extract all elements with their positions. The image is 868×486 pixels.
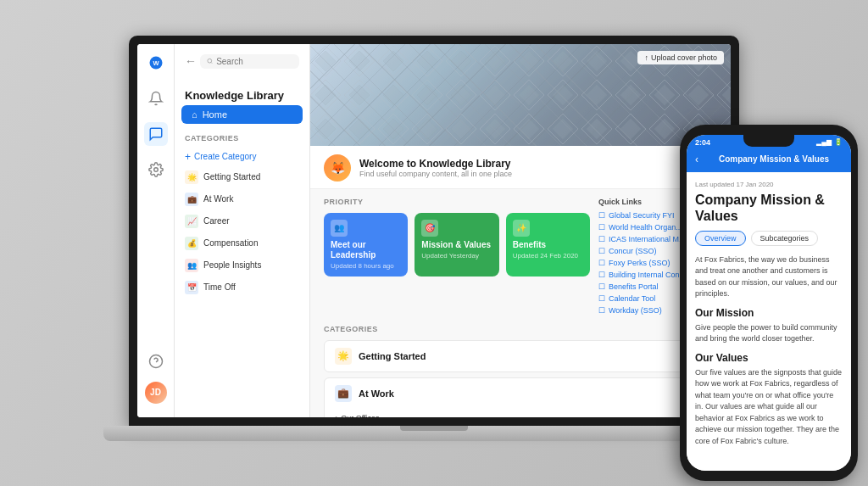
category-icon-emoji: 📅: [187, 283, 197, 292]
link-icon: ☐: [598, 294, 605, 303]
sidebar-item[interactable]: 👥 People Insights: [175, 254, 309, 277]
home-icon: ⌂: [192, 109, 198, 120]
category-icon: 💰: [185, 237, 198, 250]
phone-sections: Our Mission Give people the power to bui…: [695, 307, 843, 448]
phone-section-text: Our five values are the signposts that g…: [695, 367, 843, 448]
category-icon-emoji: 💰: [187, 239, 197, 248]
category-row[interactable]: 🌟 Getting Started: [324, 340, 717, 372]
icon-bar: W: [137, 44, 175, 417]
quick-link-label: Calendar Tool: [609, 294, 655, 303]
category-icon-emoji: 🌟: [187, 173, 197, 182]
categories-section-label: CATEGORIES: [324, 325, 717, 333]
sidebar-home-label: Home: [203, 109, 227, 120]
search-bar[interactable]: [200, 54, 299, 69]
user-avatar[interactable]: JD: [145, 382, 167, 404]
settings-icon[interactable]: [144, 158, 168, 182]
upload-cover-photo-button[interactable]: ↑ Upload cover photo: [637, 51, 724, 64]
back-arrow-icon: ←: [185, 54, 197, 68]
quick-link-label: Concur (SSO): [609, 247, 657, 255]
priority-card-title: Mission & Values: [421, 240, 492, 250]
svg-point-5: [208, 59, 212, 63]
phone-nav-title: Company Mission & Values: [705, 154, 843, 164]
category-sub-items: • Our Offices • Travel & Expenses: [325, 409, 716, 417]
status-icons: ▂▄▆ 🔋: [816, 138, 843, 146]
link-icon: ☐: [598, 235, 605, 243]
help-icon[interactable]: [144, 349, 168, 373]
wifi-icon: 🔋: [834, 138, 843, 146]
priority-card[interactable]: ✨ Benefits Updated 24 Feb 2020: [506, 213, 590, 277]
phone-tab[interactable]: Overview: [695, 231, 746, 246]
phone-time: 2:04: [695, 138, 710, 147]
phone-tabs: OverviewSubcategories: [695, 231, 843, 246]
phone-notch: [743, 135, 794, 147]
sidebar-item-label: Compensation: [203, 238, 258, 248]
content-scroll[interactable]: PRIORITY 👥 Meet our Leadership Updated 8…: [310, 189, 731, 417]
category-sub-item[interactable]: • Our Offices: [335, 412, 706, 417]
priority-card-updated: Updated 8 hours ago: [331, 262, 401, 270]
phone-section: Our Values Our five values are the signp…: [695, 352, 843, 448]
create-category-item[interactable]: + Create Category: [175, 148, 309, 166]
icon-bar-bottom: JD: [144, 349, 168, 411]
phone-content[interactable]: Last updated 17 Jan 2020 Company Mission…: [687, 172, 851, 471]
upload-btn-label: Upload cover photo: [651, 53, 717, 62]
sidebar-item-label: Getting Started: [203, 172, 260, 182]
category-icon: 📅: [185, 281, 198, 294]
link-icon: ☐: [598, 247, 605, 255]
phone-section: Our Mission Give people the power to bui…: [695, 307, 843, 345]
category-row-title: At Work: [359, 388, 394, 399]
bullet-icon: •: [335, 414, 337, 417]
bell-icon[interactable]: [144, 87, 168, 110]
app-layout: W: [137, 44, 731, 417]
sidebar-back[interactable]: ←: [185, 54, 299, 69]
category-icon: 🌟: [185, 170, 198, 184]
priority-card[interactable]: 👥 Meet our Leadership Updated 8 hours ag…: [324, 213, 408, 277]
welcome-avatar: 🦊: [324, 154, 351, 182]
link-icon: ☐: [598, 211, 605, 220]
svg-line-6: [211, 62, 212, 63]
phone-section-title: Our Mission: [695, 307, 843, 319]
quick-link-label: Workday (SSO): [609, 306, 662, 315]
sidebar-item-label: People Insights: [203, 260, 261, 270]
sidebar-item[interactable]: 💼 At Work: [175, 188, 309, 210]
priority-cards: 👥 Meet our Leadership Updated 8 hours ag…: [324, 213, 590, 277]
sidebar-home-item[interactable]: ⌂ Home: [181, 105, 303, 124]
priority-card-updated: Updated 24 Feb 2020: [513, 252, 583, 260]
category-row-header[interactable]: 🌟 Getting Started: [325, 341, 716, 371]
welcome-text: Welcome to Knowledge Library Find useful…: [359, 158, 512, 178]
welcome-section: 🦊 Welcome to Knowledge Library Find usef…: [310, 146, 731, 189]
quick-link-label: Benefits Portal: [609, 282, 659, 291]
welcome-subtitle: Find useful company content, all in one …: [359, 170, 512, 178]
phone-main-title: Company Mission & Values: [695, 192, 843, 224]
priority-section: PRIORITY 👥 Meet our Leadership Updated 8…: [324, 198, 590, 316]
priority-card-updated: Updated Yesterday: [421, 252, 492, 260]
svg-point-2: [153, 167, 158, 171]
plus-icon: +: [185, 151, 191, 163]
category-row-header[interactable]: 💼 At Work: [325, 378, 716, 409]
phone-back-button[interactable]: ‹: [695, 154, 698, 165]
category-icon-emoji: 💼: [187, 195, 197, 204]
laptop-bezel: W: [129, 36, 739, 426]
sidebar-item[interactable]: 📅 Time Off: [175, 277, 309, 299]
priority-card-icon: 🎯: [421, 220, 438, 237]
sidebar: ← Knowledge Library: [175, 44, 310, 417]
welcome-title: Welcome to Knowledge Library: [359, 158, 512, 170]
sidebar-item[interactable]: 💰 Compensation: [175, 232, 309, 254]
phone-screen: 2:04 ▂▄▆ 🔋 ‹ Company Mission & Values La…: [687, 135, 851, 471]
svg-text:W: W: [153, 59, 159, 67]
laptop-base: [103, 426, 765, 441]
sidebar-item[interactable]: 🌟 Getting Started: [175, 166, 309, 188]
link-icon: ☐: [598, 271, 605, 279]
sidebar-item[interactable]: 📈 Career: [175, 210, 309, 232]
category-row[interactable]: 💼 At Work • Our Offices • Travel & Expen…: [324, 377, 717, 417]
search-input[interactable]: [216, 57, 292, 66]
signal-icon: ▂▄▆: [816, 138, 832, 146]
phone-section-title: Our Values: [695, 352, 843, 364]
priority-card-icon: ✨: [513, 220, 530, 237]
quick-link-label: World Health Organ...: [609, 223, 682, 232]
brand-nav-icon[interactable]: W: [144, 51, 168, 75]
priority-label: PRIORITY: [324, 198, 590, 206]
chat-icon[interactable]: [144, 122, 168, 146]
priority-card[interactable]: 🎯 Mission & Values Updated Yesterday: [415, 213, 498, 277]
phone-tab[interactable]: Subcategories: [751, 231, 819, 246]
priority-card-title: Benefits: [513, 240, 583, 250]
